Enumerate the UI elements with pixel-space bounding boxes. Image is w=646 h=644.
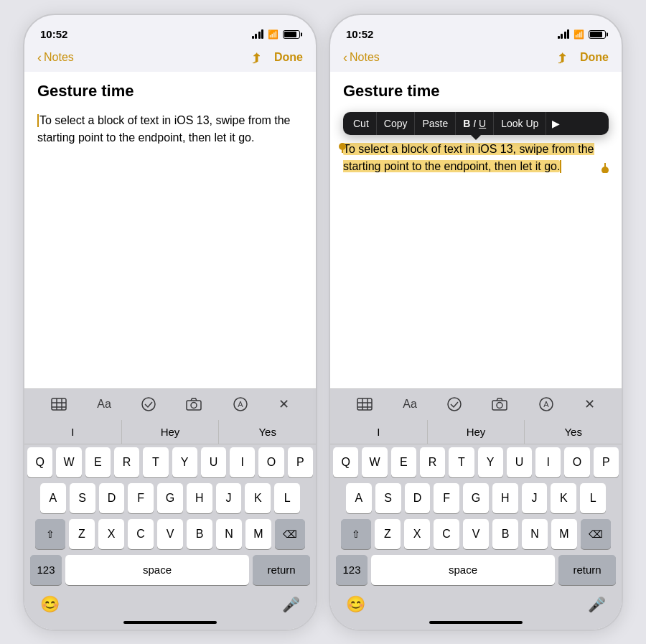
autocorrect-i-left[interactable]: I [24, 420, 122, 444]
key-u-left[interactable]: U [201, 447, 226, 477]
key-g-right[interactable]: G [463, 483, 489, 513]
key-c-left[interactable]: C [128, 519, 154, 549]
key-h-left[interactable]: H [187, 483, 212, 513]
key-k-right[interactable]: K [551, 483, 576, 513]
emoji-button-right[interactable]: 😊 [346, 595, 365, 614]
key-m-left[interactable]: M [245, 519, 271, 549]
key-a-left[interactable]: A [40, 483, 66, 513]
key-y-right[interactable]: Y [478, 447, 503, 477]
camera-icon-right[interactable] [492, 398, 507, 411]
done-button-left[interactable]: Done [274, 51, 303, 64]
key-r-left[interactable]: R [114, 447, 139, 477]
autocorrect-yes-right[interactable]: Yes [525, 420, 622, 444]
key-l-left[interactable]: L [274, 483, 300, 513]
key-p-left[interactable]: P [288, 447, 313, 477]
key-q-left[interactable]: Q [27, 447, 52, 477]
autocorrect-yes-left[interactable]: Yes [219, 420, 316, 444]
content-area-right[interactable]: Gesture time Cut Copy Paste B I U Look U… [330, 72, 622, 388]
key-i-right[interactable]: I [535, 447, 561, 477]
key-w-left[interactable]: W [56, 447, 81, 477]
key-f-right[interactable]: F [434, 483, 459, 513]
key-p-right[interactable]: P [594, 447, 619, 477]
key-shift-left[interactable]: ⇧ [35, 519, 65, 549]
key-r-right[interactable]: R [420, 447, 445, 477]
autocorrect-hey-left[interactable]: Hey [122, 420, 220, 444]
key-w-right[interactable]: W [362, 447, 387, 477]
key-d-right[interactable]: D [405, 483, 431, 513]
key-y-left[interactable]: Y [172, 447, 197, 477]
key-z-right[interactable]: Z [375, 519, 401, 549]
status-icons-left: 📶 [252, 29, 301, 39]
key-q-right[interactable]: Q [333, 447, 358, 477]
key-n-right[interactable]: N [522, 519, 548, 549]
menu-copy[interactable]: Copy [377, 112, 416, 135]
emoji-button-left[interactable]: 😊 [40, 595, 60, 614]
key-b-right[interactable]: B [492, 519, 518, 549]
key-v-right[interactable]: V [463, 519, 489, 549]
key-o-right[interactable]: O [564, 447, 589, 477]
key-return-left[interactable]: return [253, 555, 310, 585]
key-e-left[interactable]: E [85, 447, 111, 477]
share-icon-left[interactable]: ⮭ [250, 50, 264, 66]
key-j-right[interactable]: J [522, 483, 548, 513]
key-f-left[interactable]: F [128, 483, 154, 513]
menu-paste[interactable]: Paste [415, 112, 456, 135]
key-j-left[interactable]: J [216, 483, 242, 513]
key-n-left[interactable]: N [216, 519, 242, 549]
key-m-right[interactable]: M [551, 519, 577, 549]
key-l-right[interactable]: L [580, 483, 606, 513]
menu-biu[interactable]: B I U [456, 112, 494, 135]
key-k-left[interactable]: K [245, 483, 271, 513]
menu-cut[interactable]: Cut [346, 112, 377, 135]
key-h-right[interactable]: H [492, 483, 518, 513]
camera-icon-left[interactable] [186, 398, 202, 411]
pencil-icon-right[interactable]: A [538, 396, 554, 412]
key-g-left[interactable]: G [157, 483, 183, 513]
key-d-left[interactable]: D [99, 483, 125, 513]
home-bar-row-right: 😊 🎤 [330, 591, 622, 618]
checkmark-icon-left[interactable] [141, 397, 156, 411]
autocorrect-hey-right[interactable]: Hey [428, 420, 525, 444]
mic-button-left[interactable]: 🎤 [282, 596, 300, 613]
key-space-right[interactable]: space [371, 555, 555, 585]
key-123-left[interactable]: 123 [30, 555, 62, 585]
key-z-left[interactable]: Z [69, 519, 95, 549]
back-button-left[interactable]: ‹ Notes [37, 50, 74, 65]
key-shift-right[interactable]: ⇧ [341, 519, 371, 549]
autocorrect-i-right[interactable]: I [330, 420, 428, 444]
key-123-right[interactable]: 123 [336, 555, 368, 585]
key-e-right[interactable]: E [391, 447, 416, 477]
key-s-right[interactable]: S [375, 483, 401, 513]
key-x-left[interactable]: X [98, 519, 124, 549]
key-t-right[interactable]: T [449, 447, 474, 477]
share-icon-right[interactable]: ⮭ [556, 50, 570, 66]
done-button-right[interactable]: Done [580, 51, 609, 64]
table-icon-left[interactable] [51, 398, 67, 411]
key-o-left[interactable]: O [258, 447, 284, 477]
pencil-icon-left[interactable]: A [233, 396, 248, 412]
key-c-right[interactable]: C [434, 519, 459, 549]
font-icon-left[interactable]: Aa [97, 398, 111, 411]
key-v-left[interactable]: V [157, 519, 183, 549]
back-button-right[interactable]: ‹ Notes [343, 50, 380, 65]
key-delete-left[interactable]: ⌫ [275, 519, 305, 549]
key-delete-right[interactable]: ⌫ [581, 519, 611, 549]
key-b-left[interactable]: B [187, 519, 212, 549]
key-t-left[interactable]: T [143, 447, 168, 477]
key-a-right[interactable]: A [346, 483, 372, 513]
close-icon-left[interactable]: ✕ [278, 396, 289, 412]
key-space-left[interactable]: space [65, 555, 249, 585]
checkmark-icon-right[interactable] [447, 397, 462, 411]
close-icon-right[interactable]: ✕ [584, 396, 595, 412]
font-icon-right[interactable]: Aa [403, 398, 417, 411]
menu-more[interactable]: ▶ [546, 112, 566, 135]
key-u-right[interactable]: U [507, 447, 532, 477]
key-x-right[interactable]: X [404, 519, 430, 549]
content-area-left[interactable]: Gesture time To select a block of text i… [24, 72, 316, 388]
table-icon-right[interactable] [357, 398, 373, 411]
key-return-right[interactable]: return [558, 555, 616, 585]
menu-lookup[interactable]: Look Up [494, 112, 546, 135]
key-s-left[interactable]: S [70, 483, 95, 513]
key-i-left[interactable]: I [230, 447, 255, 477]
mic-button-right[interactable]: 🎤 [588, 596, 606, 613]
